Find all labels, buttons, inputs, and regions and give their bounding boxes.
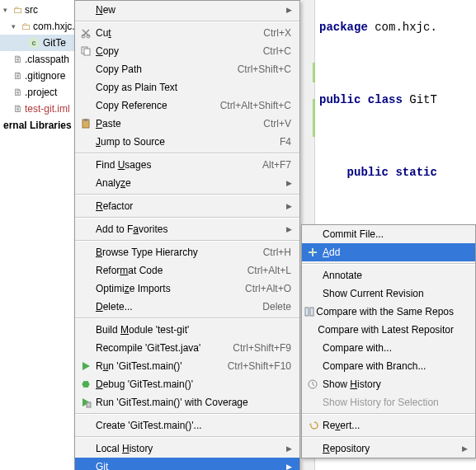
context-menu: New▶CutCtrl+XCopyCtrl+CCopy PathCtrl+Shi… — [74, 0, 300, 470]
context-menu-item-15[interactable]: Add to Favorites▶ — [75, 220, 299, 238]
menu-item-label: New — [96, 4, 286, 16]
git-submenu-item-8[interactable]: Compare with Branch... — [302, 357, 475, 375]
context-menu-item-11[interactable]: Analyze▶ — [75, 174, 299, 192]
git-submenu: Commit File...AddAnnotateShow Current Re… — [301, 224, 476, 458]
git-submenu-item-6[interactable]: Compare with Latest Repositor — [302, 321, 475, 339]
git-submenu-item-12[interactable]: Revert... — [302, 416, 475, 435]
context-menu-item-4[interactable]: Copy PathCtrl+Shift+C — [75, 60, 299, 78]
menu-shortcut: Ctrl+Alt+O — [245, 283, 295, 294]
debug-icon — [75, 378, 96, 390]
change-marker-icon — [313, 63, 315, 82]
context-menu-item-18[interactable]: Reformat CodeCtrl+Alt+L — [75, 261, 299, 280]
svg-rect-9 — [310, 308, 313, 316]
submenu-arrow-icon: ▶ — [286, 202, 295, 210]
context-menu-item-23[interactable]: Recompile 'GitTest.java'Ctrl+Shift+F9 — [75, 339, 299, 357]
context-menu-item-6[interactable]: Copy ReferenceCtrl+Alt+Shift+C — [75, 96, 299, 115]
menu-separator — [75, 317, 299, 319]
change-marker-icon — [313, 99, 315, 137]
tree-node-iml[interactable]: 🗎 test-git.iml — [0, 101, 86, 117]
menu-item-label: Commit File... — [323, 228, 470, 240]
context-menu-item-8[interactable]: Jump to SourceF4 — [75, 133, 299, 151]
menu-shortcut: Ctrl+Shift+F10 — [228, 360, 295, 372]
diff-icon — [302, 306, 316, 317]
context-menu-item-7[interactable]: PasteCtrl+V — [75, 115, 299, 133]
tree-node-classpath[interactable]: 🗎 .classpath — [0, 51, 86, 68]
menu-item-label: Show Current Revision — [323, 288, 470, 299]
context-menu-item-31[interactable]: Git▶ — [75, 458, 299, 470]
menu-shortcut: Ctrl+Alt+Shift+C — [220, 100, 295, 111]
tree-node-src[interactable]: ▾ 🗀 src — [0, 2, 86, 18]
coverage-icon — [75, 397, 96, 408]
git-submenu-item-3[interactable]: Annotate — [302, 266, 475, 284]
expand-arrow-icon: ▾ — [3, 6, 12, 14]
menu-shortcut: F4 — [280, 136, 295, 148]
git-submenu-item-9[interactable]: Show History — [302, 375, 475, 393]
menu-item-label: Compare with the Same Repos — [316, 306, 470, 317]
menu-item-label: Show History for Selection — [323, 397, 470, 408]
cut-icon — [75, 27, 96, 39]
context-menu-item-5[interactable]: Copy as Plain Text — [75, 78, 299, 96]
context-menu-item-25[interactable]: Debug 'GitTest.main()' — [75, 375, 299, 393]
node-label: .gitignore — [25, 70, 65, 82]
context-menu-item-22[interactable]: Build Module 'test-git' — [75, 321, 299, 339]
menu-item-label: Compare with... — [323, 342, 470, 354]
file-icon: 🗎 — [12, 70, 25, 82]
context-menu-item-10[interactable]: Find UsagesAlt+F7 — [75, 156, 299, 174]
file-icon: 🗎 — [12, 54, 25, 65]
menu-item-label: Create 'GitTest.main()'... — [96, 420, 295, 431]
menu-shortcut: Ctrl+Alt+L — [247, 265, 295, 276]
menu-item-label: Refactor — [96, 200, 286, 212]
menu-shortcut: Delete — [262, 301, 295, 313]
tree-node-gitignore[interactable]: 🗎 .gitignore — [0, 68, 86, 84]
git-submenu-item-1[interactable]: Add — [302, 243, 475, 261]
context-menu-item-26[interactable]: Run 'GitTest.main()' with Coverage — [75, 393, 299, 411]
context-menu-item-2[interactable]: CutCtrl+X — [75, 24, 299, 42]
context-menu-item-30[interactable]: Local History▶ — [75, 439, 299, 458]
menu-item-label: Run 'GitTest.main()' with Coverage — [96, 397, 295, 408]
context-menu-item-17[interactable]: Browse Type HierarchyCtrl+H — [75, 243, 299, 261]
menu-item-label: Cut — [96, 27, 263, 39]
tree-node-project[interactable]: 🗎 .project — [0, 84, 86, 101]
menu-item-label: Browse Type Hierarchy — [96, 247, 263, 258]
keyword: public — [319, 93, 361, 106]
menu-separator — [302, 413, 475, 415]
tree-node-package[interactable]: ▾ 🗀 com.hxjc.te — [0, 18, 86, 35]
git-submenu-item-0[interactable]: Commit File... — [302, 225, 475, 243]
menu-item-label: Copy Reference — [96, 100, 220, 111]
context-menu-item-28[interactable]: Create 'GitTest.main()'... — [75, 416, 299, 435]
menu-item-label: Compare with Branch... — [323, 360, 470, 372]
menu-item-label: Copy Path — [96, 63, 238, 75]
node-label: .classpath — [25, 54, 69, 65]
menu-item-label: Annotate — [323, 270, 470, 281]
menu-item-label: Copy — [96, 45, 263, 57]
git-submenu-item-4[interactable]: Show Current Revision — [302, 284, 475, 303]
tree-node-external-libraries[interactable]: ernal Libraries — [0, 117, 86, 134]
menu-separator — [302, 263, 475, 265]
context-menu-item-24[interactable]: Run 'GitTest.main()'Ctrl+Shift+F10 — [75, 357, 299, 375]
menu-item-label: Delete... — [96, 301, 262, 313]
menu-item-label: Revert... — [323, 420, 470, 431]
folder-icon: 🗀 — [12, 4, 25, 16]
copy-icon — [75, 45, 96, 57]
svg-point-6 — [82, 381, 89, 388]
menu-separator — [75, 436, 299, 438]
git-submenu-item-14[interactable]: Repository▶ — [302, 439, 475, 458]
menu-item-label: Jump to Source — [96, 136, 280, 148]
menu-item-label: Add — [323, 247, 470, 258]
node-label: ernal Libraries — [3, 120, 72, 131]
menu-shortcut: Ctrl+V — [263, 118, 295, 129]
context-menu-item-3[interactable]: CopyCtrl+C — [75, 42, 299, 60]
git-submenu-item-5[interactable]: Compare with the Same Repos — [302, 303, 475, 321]
menu-item-label: Build Module 'test-git' — [96, 324, 295, 336]
file-icon: 🗎 — [12, 87, 25, 98]
tree-node-gittest[interactable]: c GitTe — [0, 35, 86, 51]
context-menu-item-19[interactable]: Optimize ImportsCtrl+Alt+O — [75, 280, 299, 298]
node-label: GitTe — [43, 37, 66, 49]
git-submenu-item-7[interactable]: Compare with... — [302, 339, 475, 357]
menu-item-label: Analyze — [96, 177, 286, 189]
submenu-arrow-icon: ▶ — [286, 225, 295, 233]
menu-item-label: Git — [96, 461, 286, 470]
context-menu-item-20[interactable]: Delete...Delete — [75, 298, 299, 316]
context-menu-item-13[interactable]: Refactor▶ — [75, 197, 299, 215]
context-menu-item-0[interactable]: New▶ — [75, 1, 299, 19]
